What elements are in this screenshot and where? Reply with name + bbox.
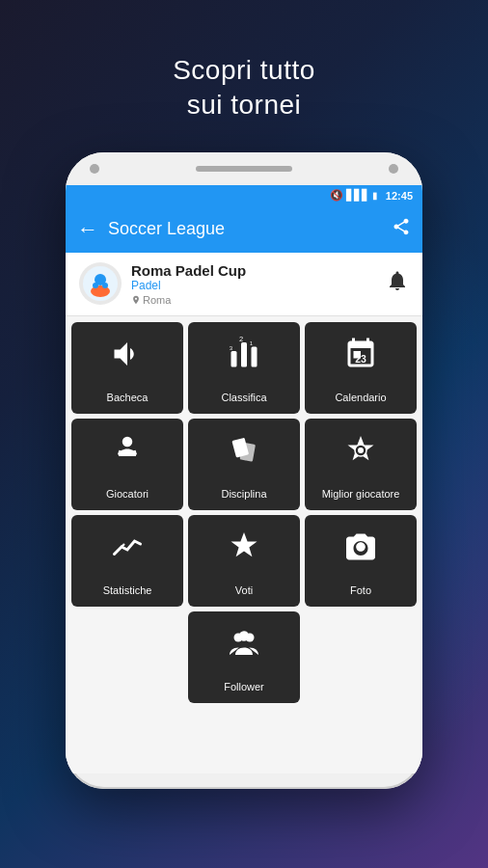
foto-icon — [343, 529, 378, 577]
page-headline: Scopri tutto sui tornei — [173, 53, 315, 123]
club-location: Roma — [131, 294, 386, 306]
grid-item-voti[interactable]: Voti — [188, 515, 300, 607]
phone-speaker — [196, 166, 292, 172]
phone-top-bar — [66, 152, 422, 185]
battery-icon: ▮ — [372, 190, 378, 201]
voti-icon — [227, 529, 261, 577]
follower-label: Follower — [224, 681, 264, 692]
disciplina-icon — [227, 433, 261, 480]
svg-point-19 — [239, 631, 250, 641]
svg-rect-7 — [252, 346, 258, 366]
calendario-icon: 23 — [343, 337, 378, 384]
grid-item-disciplina[interactable]: Disciplina — [188, 419, 300, 510]
svg-text:3: 3 — [230, 344, 233, 350]
calendario-label: Calendario — [335, 392, 386, 403]
grid-item-statistiche[interactable]: Statistiche — [71, 515, 183, 607]
club-header: Roma Padel Cup Padel Roma — [66, 253, 422, 316]
svg-rect-6 — [241, 342, 247, 367]
grid-item-follower[interactable]: Follower — [188, 611, 300, 703]
svg-point-12 — [122, 437, 133, 448]
statistiche-label: Statistiche — [103, 584, 152, 596]
svg-rect-5 — [231, 351, 237, 367]
miglior-giocatore-icon — [343, 433, 378, 480]
phone-screen: 🔇 ▋▋▋ ▮ 12:45 ← Soccer League — [66, 185, 422, 773]
voti-label: Voti — [235, 584, 253, 596]
svg-text:23: 23 — [355, 353, 366, 365]
app-bar-title: Soccer League — [108, 219, 392, 239]
follower-icon — [227, 626, 261, 673]
classifica-icon: 2 3 1 — [227, 337, 261, 384]
svg-point-3 — [93, 283, 98, 288]
svg-point-4 — [102, 283, 108, 288]
club-sport: Padel — [131, 279, 386, 292]
club-avatar — [79, 262, 122, 305]
giocatori-label: Giocatori — [106, 488, 149, 500]
grid-item-calendario[interactable]: 23 Calendario — [305, 322, 417, 414]
status-time: 12:45 — [386, 190, 413, 202]
grid-menu: Bacheca 2 3 1 Classifica — [66, 316, 422, 773]
grid-item-classifica[interactable]: 2 3 1 Classifica — [188, 322, 300, 414]
app-bar: ← Soccer League — [66, 206, 422, 253]
statistiche-icon — [110, 529, 145, 577]
status-icons: 🔇 ▋▋▋ ▮ — [330, 189, 378, 202]
back-button[interactable]: ← — [77, 217, 98, 242]
grid-item-giocatori[interactable]: Giocatori — [71, 419, 183, 510]
foto-label: Foto — [350, 584, 371, 596]
signal-icon: ▋▋▋ — [346, 189, 369, 202]
share-button[interactable] — [392, 217, 411, 241]
mute-icon: 🔇 — [330, 189, 343, 202]
grid-item-foto[interactable]: Foto — [305, 515, 417, 607]
disciplina-label: Disciplina — [221, 488, 266, 500]
camera-dot-left — [90, 164, 99, 174]
classifica-label: Classifica — [221, 392, 266, 403]
camera-dot-right — [389, 164, 398, 174]
club-name: Roma Padel Cup — [131, 262, 386, 279]
svg-text:2: 2 — [239, 337, 243, 343]
status-bar: 🔇 ▋▋▋ ▮ 12:45 — [66, 185, 422, 206]
svg-point-16 — [358, 448, 364, 453]
grid-item-bacheca[interactable]: Bacheca — [71, 322, 183, 414]
phone-frame: 🔇 ▋▋▋ ▮ 12:45 ← Soccer League — [66, 152, 422, 789]
svg-text:1: 1 — [250, 340, 254, 346]
bacheca-label: Bacheca — [107, 392, 149, 403]
miglior-giocatore-label: Miglior giocatore — [322, 488, 400, 500]
grid-item-miglior-giocatore[interactable]: Miglior giocatore — [305, 419, 417, 510]
club-info: Roma Padel Cup Padel Roma — [131, 262, 386, 306]
giocatori-icon — [110, 433, 145, 480]
bacheca-icon — [110, 337, 145, 384]
notification-bell[interactable] — [386, 269, 409, 298]
